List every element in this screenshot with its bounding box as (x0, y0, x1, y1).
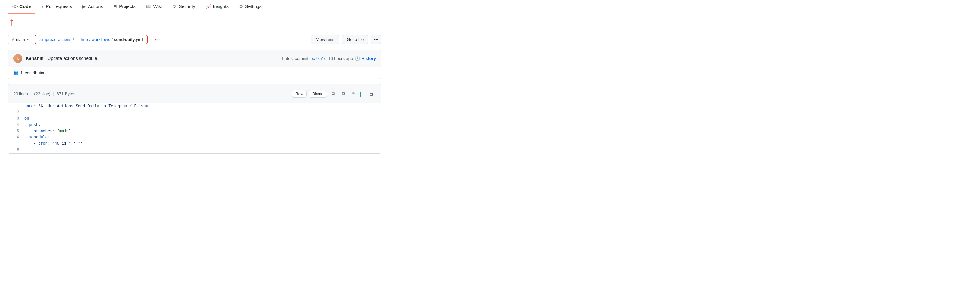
nav-item-code[interactable]: <> Code (8, 0, 35, 14)
nav-item-actions[interactable]: ▶ Actions (78, 0, 107, 14)
nav-item-security[interactable]: 🛡 Security (168, 0, 200, 14)
top-navigation: <> Code ⑂ Pull requests ▶ Actions ⊞ Proj… (0, 0, 980, 14)
commit-hash-link[interactable]: bc7751c (310, 56, 326, 61)
line-number-7: 7 (8, 141, 24, 147)
line-code-8 (24, 147, 381, 153)
line-number-8: 8 (8, 147, 24, 153)
branch-selector[interactable]: ⑂ main ▾ (8, 35, 32, 44)
code-icon: <> (12, 4, 18, 9)
code-table: 1 name: 'GitHub Actions Send Daily to Te… (8, 103, 381, 153)
nav-item-projects[interactable]: ⊞ Projects (109, 0, 140, 14)
nav-label-security: Security (179, 4, 195, 9)
nav-label-actions: Actions (88, 4, 103, 9)
actions-icon: ▶ (83, 4, 86, 9)
go-to-file-button[interactable]: Go to file (342, 35, 368, 44)
file-sloc-value: 23 sloc (36, 91, 49, 96)
toolbar-row: ⑂ main ▾ simpread-actions / .github / wo… (8, 34, 381, 45)
commit-row: K Kenshin Update actions schedule. Lates… (8, 50, 381, 67)
code-line-3: 3 on: (8, 116, 381, 122)
clock-icon: 🕐 (355, 56, 360, 61)
file-actions: Raw Blame 🖥 ⧉ ✏ ↑ 🗑 (292, 87, 376, 100)
contributor-row: 👥 1 contributor (8, 67, 381, 78)
file-meta-sep-2: | (53, 91, 54, 96)
nav-item-wiki[interactable]: 📖 Wiki (142, 0, 166, 14)
line-code-7: - cron: '40 11 * * *' (24, 141, 381, 147)
nav-label-insights: Insights (213, 4, 229, 9)
code-line-1: 1 name: 'GitHub Actions Send Daily to Te… (8, 103, 381, 109)
branch-name: main (16, 37, 25, 42)
copy-icon: ⧉ (342, 91, 345, 96)
red-left-arrow-icon: ← (153, 34, 162, 45)
avatar-initials: K (16, 56, 19, 61)
blame-button[interactable]: Blame (309, 90, 327, 98)
commit-right: Latest commit bc7751c 16 hours ago 🕐 His… (282, 56, 376, 61)
file-line-count: 29 lines (13, 91, 28, 96)
insights-icon: 📈 (205, 4, 211, 9)
commit-left: K Kenshin Update actions schedule. (13, 54, 98, 63)
line-code-6: schedule: (24, 134, 381, 141)
contributor-label: contributor (25, 70, 45, 75)
line-code-1: name: 'GitHub Actions Send Daily to Tele… (24, 103, 381, 109)
nav-item-pull-requests[interactable]: ⑂ Pull requests (37, 0, 76, 14)
line-code-5: branches: [main] (24, 128, 381, 134)
history-link[interactable]: 🕐 History (355, 56, 376, 61)
delete-icon: 🗑 (369, 91, 374, 96)
breadcrumb: simpread-actions / .github / workflows /… (35, 35, 147, 44)
breadcrumb-folder2-link[interactable]: workflows (91, 37, 110, 42)
toolbar-right: View runs Go to file ••• (311, 35, 381, 44)
latest-commit-label: Latest commit (282, 56, 309, 61)
code-line-5: 5 branches: [main] (8, 128, 381, 134)
file-header: 29 lines | (23 sloc) | 671 Bytes Raw Bla… (8, 85, 381, 103)
file-viewer: 29 lines | (23 sloc) | 671 Bytes Raw Bla… (8, 84, 381, 154)
breadcrumb-sep-1: / (73, 37, 74, 42)
file-size: 671 Bytes (56, 91, 75, 96)
contributors-icon: 👥 (13, 70, 19, 75)
code-line-8: 8 (8, 147, 381, 153)
view-runs-button[interactable]: View runs (311, 35, 339, 44)
commit-message: Update actions schedule. (47, 56, 98, 61)
line-number-4: 4 (8, 122, 24, 128)
edit-icon: ✏ (352, 91, 356, 96)
teal-up-arrow-icon: ↑ (358, 89, 363, 98)
code-line-4: 4 push: (8, 122, 381, 128)
raw-button[interactable]: Raw (292, 90, 307, 98)
line-code-4: push: (24, 122, 381, 128)
file-meta: 29 lines | (23 sloc) | 671 Bytes (13, 91, 75, 96)
avatar: K (13, 54, 22, 63)
nav-label-settings: Settings (245, 4, 262, 9)
toolbar-left: ⑂ main ▾ simpread-actions / .github / wo… (8, 34, 162, 45)
line-number-5: 5 (8, 128, 24, 134)
annotation-arrow-code: ↑ (0, 14, 980, 28)
copy-raw-button[interactable]: ⧉ (340, 89, 348, 98)
nav-label-wiki: Wiki (153, 4, 162, 9)
breadcrumb-folder1-link[interactable]: .github (75, 37, 88, 42)
history-label: History (361, 56, 376, 61)
line-number-3: 3 (8, 116, 24, 122)
nav-label-code: Code (19, 4, 31, 9)
line-number-6: 6 (8, 134, 24, 141)
code-line-2: 2 (8, 109, 381, 116)
code-content: 1 name: 'GitHub Actions Send Daily to Te… (8, 103, 381, 153)
nav-label-projects: Projects (119, 4, 135, 9)
commit-time-ago: 16 hours ago (328, 56, 353, 61)
edit-button[interactable]: ✏ ↑ (350, 87, 365, 100)
file-sloc: (23 sloc) (34, 91, 50, 96)
commit-box: K Kenshin Update actions schedule. Lates… (8, 50, 381, 79)
pull-requests-icon: ⑂ (41, 4, 44, 9)
file-meta-sep-1: | (30, 91, 32, 96)
main-content: ⑂ main ▾ simpread-actions / .github / wo… (0, 28, 389, 160)
code-line-7: 7 - cron: '40 11 * * *' (8, 141, 381, 147)
commit-author[interactable]: Kenshin (25, 56, 43, 61)
nav-label-pull-requests: Pull requests (46, 4, 72, 9)
more-options-button[interactable]: ••• (371, 35, 381, 44)
settings-icon: ⚙ (239, 4, 243, 9)
desktop-view-button[interactable]: 🖥 (329, 90, 338, 98)
nav-item-insights[interactable]: 📈 Insights (201, 0, 233, 14)
red-up-arrow-icon: ↑ (8, 16, 14, 28)
nav-item-settings[interactable]: ⚙ Settings (234, 0, 266, 14)
delete-button[interactable]: 🗑 (367, 90, 376, 98)
projects-icon: ⊞ (113, 4, 117, 9)
line-number-1: 1 (8, 103, 24, 109)
breadcrumb-repo-link[interactable]: simpread-actions (39, 37, 72, 42)
breadcrumb-sep-3: / (111, 37, 113, 42)
